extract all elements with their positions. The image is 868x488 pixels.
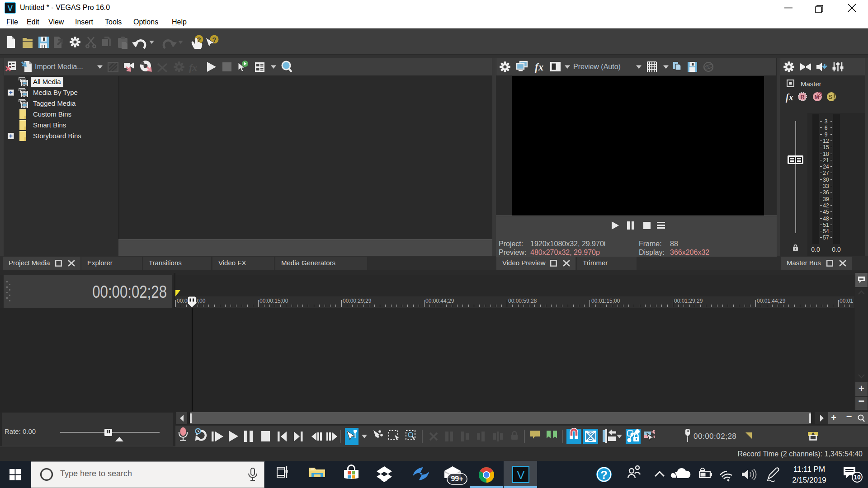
svg-text:fx: fx (786, 92, 793, 103)
svg-text:10: 10 (854, 474, 861, 481)
svg-text:R: R (801, 94, 805, 100)
svg-text:?: ? (600, 468, 608, 482)
svg-text:99+: 99+ (451, 475, 463, 483)
svg-text:S: S (829, 94, 833, 100)
svg-text:60: 60 (707, 65, 711, 69)
svg-text:V: V (8, 4, 13, 13)
svg-text:V: V (517, 468, 525, 482)
svg-text:fx: fx (535, 61, 543, 73)
svg-text:fx: fx (189, 62, 197, 73)
